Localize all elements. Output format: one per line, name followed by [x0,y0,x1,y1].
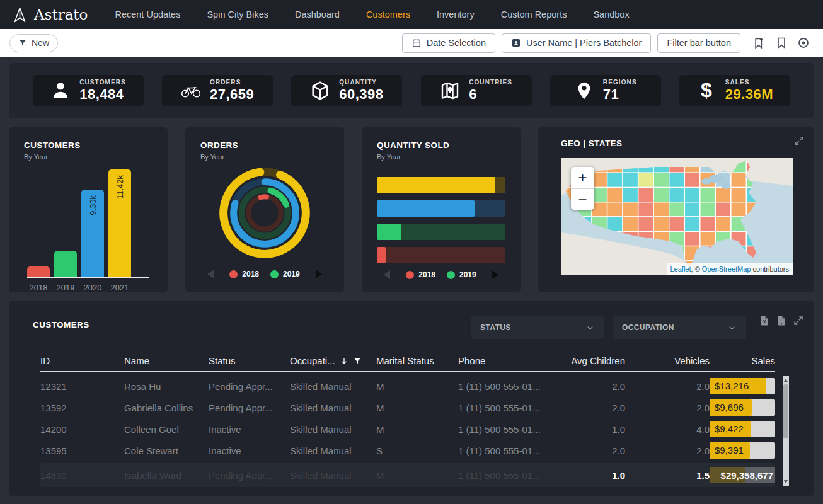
expand-icon[interactable] [794,135,805,146]
bar-2018[interactable] [27,266,50,277]
bar-2021[interactable]: 11.42k [108,169,131,277]
scrollbar-thumb[interactable] [783,384,788,438]
zoom-out-button[interactable]: − [571,188,594,210]
table-row-12321[interactable]: 12321Rosa HuPending Appr...Skilled Manua… [40,375,775,397]
panel-subtitle: By Year [24,153,153,161]
kpi-card-regions: REGIONS71 [550,75,661,106]
expand-icon[interactable] [793,315,804,326]
funnel-icon [18,38,27,47]
col-header-label: Status [209,355,236,366]
table-scrollbar[interactable] [783,376,789,486]
nav-item-custom-reports[interactable]: Custom Reports [488,0,580,29]
customers-table: IDNameStatusOccupati...Marital StatusPho… [9,353,814,487]
cell-occupation: Skilled Manual [290,445,376,456]
kpi-text: QUANTITY60,398 [339,79,383,103]
osm-link[interactable]: OpenStreetMap [702,265,751,273]
hbar-2021[interactable] [377,177,505,193]
col-header-occupati[interactable]: Occupati... [290,355,376,366]
legend-item-2019[interactable]: 2019 [447,270,476,279]
bookmark-icon[interactable] [775,37,788,49]
status-filter-dropdown[interactable]: STATUS [471,316,604,339]
scroll-down-arrow[interactable] [784,480,788,483]
bar-2019[interactable] [54,251,77,277]
table-row-13592[interactable]: 13592Gabriella CollinsPending Appr...Ski… [40,397,775,418]
date-selection-button[interactable]: Date Selection [402,33,495,53]
map-container[interactable]: + − Leaflet, © OpenStreetMap contributor… [561,158,793,275]
nav-item-sandbox[interactable]: Sandbox [580,0,642,29]
bar-value-label: 9.30k [88,195,98,215]
bar-chart: 9.30k11.42k [27,169,149,278]
x-tick-2019: 2019 [54,283,77,292]
filter-toolbar: New Date Selection User Name | Piers Bat… [0,29,823,57]
table-row-13595[interactable]: 13595Cole StewartInactiveSkilled ManualS… [40,440,775,461]
zoom-in-button[interactable]: + [571,167,594,188]
col-header-name[interactable]: Name [124,355,209,366]
nav-item-customers[interactable]: Customers [353,0,423,29]
scroll-up-arrow[interactable] [784,379,788,382]
table-row-14200[interactable]: 14200Colleen GoelInactiveSkilled ManualM… [40,418,775,440]
ghost-cell-status: Pending Appr... [209,470,290,481]
sort-desc-icon[interactable] [340,357,348,365]
legend-next-button[interactable] [316,270,322,278]
legend-item-2019[interactable]: 2019 [270,270,300,278]
kpi-strip: CUSTOMERS18,484ORDERS27,659QUANTITY60,39… [9,63,814,118]
nav-item-inventory[interactable]: Inventory [423,0,488,29]
cell-marital: M [376,403,458,413]
legend-next-button[interactable] [492,270,498,279]
cell-marital: M [376,424,458,435]
bicycle-icon [181,81,201,101]
nav-item-dashboard[interactable]: Dashboard [282,0,353,29]
table-totals-row: 14830Isabella WardPending Appr...Skilled… [40,463,775,487]
status-filter-label: STATUS [480,323,511,332]
excel-export-icon[interactable]: X [759,315,770,326]
chevron-down-icon [727,323,737,333]
column-filter-icon[interactable] [353,357,362,365]
legend-item-2018[interactable]: 2018 [406,270,435,279]
cell-sales: $9,696 [710,399,775,416]
legend-item-2018[interactable]: 2018 [229,270,259,278]
legend-label: 2018 [242,270,259,278]
col-header-sales[interactable]: Sales [710,355,775,366]
nav-item-recent-updates[interactable]: Recent Updates [101,0,193,29]
bar-2020[interactable]: 9.30k [81,190,104,277]
attribution-text: , © [691,265,702,273]
col-header-marital-status[interactable]: Marital Status [376,355,458,366]
donut-chart[interactable] [200,163,329,263]
user-name-label: User Name | Piers Batchelor [526,38,642,48]
location-pin-icon [574,81,594,101]
us-states-map[interactable] [561,158,793,275]
cell-occupation: Skilled Manual [290,403,376,413]
col-header-avg-children[interactable]: Avg Children [559,355,625,366]
filter-bar-button[interactable]: Filter bar button [657,33,740,53]
table-title: CUSTOMERS [33,320,89,329]
col-header-phone[interactable]: Phone [458,355,559,366]
kpi-text: REGIONS71 [603,79,637,103]
new-filter-button[interactable]: New [9,34,58,52]
col-header-status[interactable]: Status [209,355,290,366]
legend-prev-button[interactable] [207,270,214,278]
cell-sales: $13,216 [710,378,775,394]
col-header-vehicles[interactable]: Vehicles [625,355,710,366]
user-name-button[interactable]: User Name | Piers Batchelor [502,33,651,53]
hbar-2020[interactable] [377,200,505,217]
legend-dot-2019 [270,270,279,278]
leaflet-link[interactable]: Leaflet [670,265,691,273]
csv-export-icon[interactable]: , [776,315,787,326]
calendar-icon [412,38,422,48]
hbar-chart [377,177,505,263]
col-header-id[interactable]: ID [40,355,124,366]
bookmark-add-icon[interactable] [753,37,766,49]
map-svg-holder [561,158,793,275]
legend-prev-button[interactable] [384,270,390,279]
brand[interactable]: Astrato [11,6,88,23]
total-sales-cell: $29,358,677 [710,467,775,483]
id-card-icon [511,38,521,48]
hbar-2019[interactable] [377,224,505,240]
filter-bar-label: Filter bar button [667,38,731,48]
nav-item-spin-city-bikes[interactable]: Spin City Bikes [193,0,282,29]
occupation-filter-dropdown[interactable]: OCCUPATION [613,316,746,339]
eye-icon[interactable] [797,37,810,49]
hbar-2018[interactable] [377,247,505,263]
sales-bar: $9,391 [710,442,775,459]
quantity-chart-panel: QUANTITY SOLD By Year 20182019 [362,127,521,292]
